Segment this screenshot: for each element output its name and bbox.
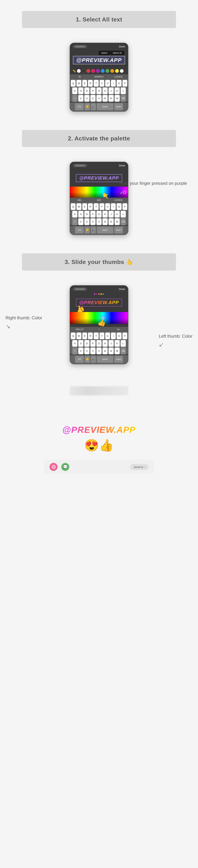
- key-z[interactable]: Z: [78, 95, 84, 101]
- s3-key-e[interactable]: E: [82, 333, 87, 339]
- key-delete[interactable]: ⌫: [121, 95, 126, 101]
- step1-color-green[interactable]: [106, 69, 109, 73]
- s3-key-d[interactable]: D: [84, 340, 90, 347]
- key-l[interactable]: L: [121, 88, 126, 94]
- s3-key-123[interactable]: 123: [75, 356, 84, 363]
- key-return[interactable]: return: [114, 103, 123, 110]
- send-button[interactable]: Send to ›: [130, 464, 148, 470]
- step3-sug-1[interactable]: HELLO: [70, 328, 90, 331]
- step1-color-orange[interactable]: [110, 69, 114, 73]
- s2-key-x[interactable]: X: [84, 218, 90, 225]
- s2-key-j[interactable]: J: [108, 211, 114, 217]
- key-c[interactable]: C: [90, 95, 96, 101]
- s2-key-n[interactable]: N: [108, 218, 114, 225]
- s3-key-p[interactable]: P: [123, 333, 127, 339]
- step2-sug-3[interactable]: LOOKS: [109, 199, 128, 202]
- key-w[interactable]: W: [76, 80, 81, 87]
- key-e[interactable]: E: [82, 80, 87, 87]
- key-k[interactable]: K: [114, 88, 120, 94]
- s3-key-g[interactable]: G: [96, 340, 102, 347]
- s3-key-z[interactable]: Z: [78, 347, 84, 354]
- key-shift[interactable]: ⇧: [72, 95, 77, 101]
- step1-color-black[interactable]: [82, 69, 86, 73]
- s3-key-n[interactable]: N: [108, 347, 114, 354]
- share-bar[interactable]: 🌸 💬 Send to ›: [44, 460, 154, 474]
- s3-key-o[interactable]: O: [117, 333, 121, 339]
- step1-color-pink[interactable]: [91, 69, 95, 73]
- s2-key-l[interactable]: L: [121, 211, 126, 217]
- s2-key-t[interactable]: T: [94, 203, 98, 210]
- s2-key-i[interactable]: I: [111, 203, 116, 210]
- step3-color-palette[interactable]: 👍: [70, 312, 128, 324]
- key-h[interactable]: H: [102, 88, 108, 94]
- s3-key-h[interactable]: H: [102, 340, 108, 347]
- s2-key-q[interactable]: Q: [71, 203, 75, 210]
- s2-key-e[interactable]: E: [82, 203, 87, 210]
- s2-key-123[interactable]: 123: [75, 226, 84, 233]
- s3-key-l[interactable]: L: [121, 340, 126, 347]
- key-d[interactable]: D: [84, 88, 90, 94]
- s2-key-h[interactable]: H: [102, 211, 108, 217]
- key-b[interactable]: B: [102, 95, 108, 101]
- key-space[interactable]: space: [97, 103, 113, 110]
- s2-key-k[interactable]: K: [114, 211, 120, 217]
- key-a[interactable]: A: [72, 88, 77, 94]
- key-m[interactable]: M: [114, 95, 120, 101]
- key-mic[interactable]: 🎤: [91, 103, 96, 110]
- key-j[interactable]: J: [108, 88, 114, 94]
- s3-key-w[interactable]: W: [76, 333, 81, 339]
- s2-key-a[interactable]: A: [72, 211, 77, 217]
- s3-key-emoji[interactable]: 😊: [85, 356, 90, 363]
- step1-sug-1[interactable]: IS: [70, 75, 90, 78]
- key-i[interactable]: I: [111, 80, 116, 87]
- key-f[interactable]: F: [90, 88, 96, 94]
- step1-select-all-btn[interactable]: Select All: [110, 51, 124, 55]
- s2-key-u[interactable]: U: [105, 203, 110, 210]
- s3-key-r[interactable]: R: [88, 333, 93, 339]
- s3-key-x[interactable]: X: [84, 347, 90, 354]
- key-g[interactable]: G: [96, 88, 102, 94]
- key-v[interactable]: V: [96, 95, 102, 101]
- key-x[interactable]: X: [84, 95, 90, 101]
- s2-key-p[interactable]: P: [123, 203, 127, 210]
- s3-key-delete[interactable]: ⌫: [121, 347, 126, 354]
- s2-key-shift[interactable]: ⇧: [72, 218, 77, 225]
- s2-key-w[interactable]: W: [76, 203, 81, 210]
- share-icon-message[interactable]: 💬: [61, 463, 69, 471]
- s2-key-o[interactable]: O: [117, 203, 121, 210]
- s2-key-d[interactable]: D: [84, 211, 90, 217]
- s3-key-i[interactable]: I: [111, 333, 116, 339]
- s2-key-v[interactable]: V: [96, 218, 102, 225]
- step1-color-yellow[interactable]: [115, 69, 119, 73]
- key-emoji[interactable]: 😊: [85, 103, 90, 110]
- key-r[interactable]: R: [88, 80, 93, 87]
- step3-done-btn[interactable]: Done: [119, 288, 125, 290]
- s3-key-q[interactable]: Q: [71, 333, 75, 339]
- s2-key-r[interactable]: R: [88, 203, 93, 210]
- s2-key-m[interactable]: M: [114, 218, 120, 225]
- s3-key-j[interactable]: J: [108, 340, 114, 347]
- s3-key-shift[interactable]: ⇧: [72, 347, 77, 354]
- s3-key-a[interactable]: A: [72, 340, 77, 347]
- s2-key-c[interactable]: C: [90, 218, 96, 225]
- step3-sug-3[interactable]: Su: [109, 328, 128, 331]
- step1-color-purple[interactable]: [96, 69, 100, 73]
- s3-key-m[interactable]: M: [114, 347, 120, 354]
- key-u[interactable]: U: [105, 80, 110, 87]
- key-q[interactable]: Q: [71, 80, 75, 87]
- s2-key-y[interactable]: Y: [100, 203, 104, 210]
- step1-done-btn[interactable]: Done: [119, 45, 125, 48]
- s3-key-b[interactable]: B: [102, 347, 108, 354]
- key-n[interactable]: N: [108, 95, 114, 101]
- share-icon-flower[interactable]: 🌸: [50, 463, 58, 471]
- s2-key-return[interactable]: return: [114, 226, 123, 233]
- s3-key-k[interactable]: K: [114, 340, 120, 347]
- s3-key-c[interactable]: C: [90, 347, 96, 354]
- s2-key-mic[interactable]: 🎤: [91, 226, 96, 233]
- s3-key-s[interactable]: S: [78, 340, 84, 347]
- step1-color-red[interactable]: [87, 69, 90, 73]
- s3-key-mic[interactable]: 🎤: [91, 356, 96, 363]
- step1-select-btn[interactable]: Select: [99, 51, 110, 55]
- s2-key-b[interactable]: B: [102, 218, 108, 225]
- key-p[interactable]: P: [123, 80, 127, 87]
